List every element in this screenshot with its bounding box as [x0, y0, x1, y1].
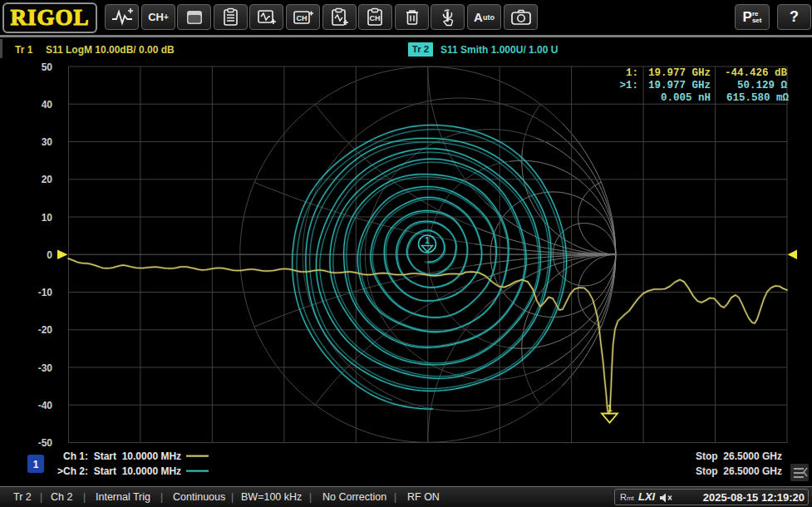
svg-text:1: 1	[33, 459, 39, 470]
svg-text:19.977 GHz: 19.977 GHz	[648, 67, 711, 79]
svg-text:CH: CH	[296, 14, 307, 22]
svg-text:19.977 GHz: 19.977 GHz	[648, 80, 711, 91]
svg-text:1: 1	[608, 403, 613, 413]
svg-text:Stop 26.5000 GHz: Stop 26.5000 GHz	[696, 465, 782, 477]
svg-text:1: 1	[425, 236, 430, 245]
svg-text:-50: -50	[38, 437, 53, 449]
svg-text:Stop 26.5000 GHz: Stop 26.5000 GHz	[696, 450, 782, 462]
svg-text:-40: -40	[38, 400, 53, 411]
svg-text:-10: -10	[38, 287, 53, 298]
svg-text:40: 40	[42, 99, 53, 111]
svg-text:20: 20	[42, 174, 53, 185]
svg-text:30: 30	[42, 136, 53, 148]
svg-text:615.580 mΩ: 615.580 mΩ	[726, 92, 790, 104]
svg-text:Ch 1: Start 10.0000 MHz: Ch 1: Start 10.0000 MHz	[63, 450, 181, 462]
svg-text:0: 0	[47, 249, 52, 261]
svg-text:10: 10	[42, 212, 53, 224]
svg-text:50.129 Ω: 50.129 Ω	[737, 80, 788, 91]
svg-text:>Ch 2: Start 10.0000 MHz: >Ch 2: Start 10.0000 MHz	[57, 465, 181, 477]
svg-text:-44.426 dB: -44.426 dB	[725, 67, 788, 79]
svg-text:0.005 nH: 0.005 nH	[661, 92, 711, 104]
svg-text:-20: -20	[38, 324, 53, 336]
svg-text:>1:: >1:	[619, 80, 638, 91]
svg-text:-30: -30	[38, 362, 53, 374]
svg-text:1:: 1:	[626, 67, 638, 79]
svg-text:CH: CH	[369, 14, 380, 22]
svg-text:50: 50	[42, 62, 53, 73]
